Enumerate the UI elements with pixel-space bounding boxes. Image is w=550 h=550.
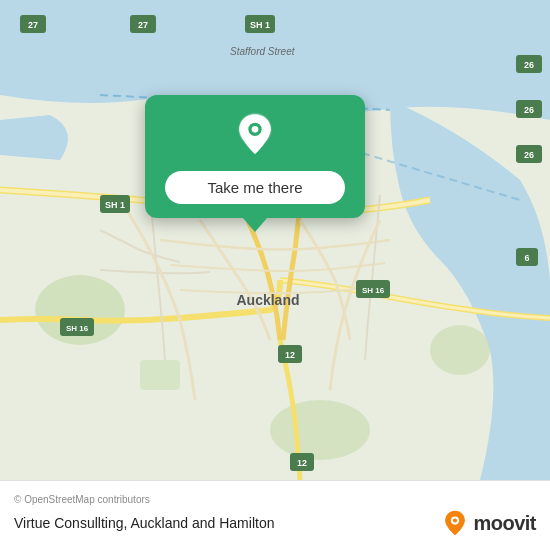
svg-point-4 [430,325,490,375]
map-view: Auckland Stafford Street 27 27 SH 1 SH 1… [0,0,550,480]
svg-point-5 [270,400,370,460]
svg-text:SH 1: SH 1 [105,200,125,210]
svg-rect-6 [140,360,180,390]
svg-text:Stafford Street: Stafford Street [230,46,296,57]
take-me-there-button[interactable]: Take me there [165,171,345,204]
svg-point-35 [252,126,259,133]
map-svg: Auckland Stafford Street 27 27 SH 1 SH 1… [0,0,550,480]
svg-text:12: 12 [297,458,307,468]
moovit-logo: moovit [441,509,536,537]
svg-text:Auckland: Auckland [236,292,299,308]
svg-text:26: 26 [524,150,534,160]
svg-text:27: 27 [138,20,148,30]
location-popup: Take me there [145,95,365,218]
svg-text:6: 6 [524,253,529,263]
svg-text:27: 27 [28,20,38,30]
svg-text:SH 1: SH 1 [250,20,270,30]
svg-point-37 [453,518,457,522]
location-pin-icon [230,111,280,161]
bottom-bar: © OpenStreetMap contributors Virtue Cons… [0,480,550,550]
svg-text:26: 26 [524,105,534,115]
moovit-brand-text: moovit [473,512,536,535]
map-attribution: © OpenStreetMap contributors [14,494,536,505]
svg-text:12: 12 [285,350,295,360]
moovit-logo-icon [441,509,469,537]
svg-text:26: 26 [524,60,534,70]
place-name: Virtue Consullting, Auckland and Hamilto… [14,515,274,531]
bottom-info-row: Virtue Consullting, Auckland and Hamilto… [14,509,536,537]
svg-text:SH 16: SH 16 [362,286,385,295]
svg-text:SH 16: SH 16 [66,324,89,333]
